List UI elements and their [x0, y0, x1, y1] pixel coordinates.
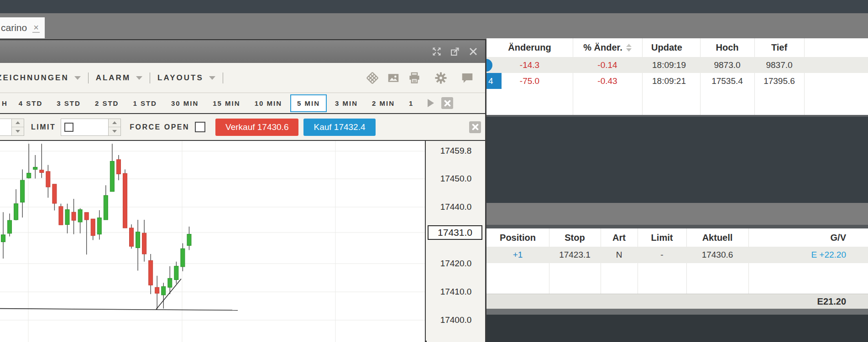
column-header[interactable]: % Änder. [573, 42, 642, 53]
menu-layouts[interactable]: LAYOUTS [157, 73, 215, 83]
candle [123, 173, 127, 228]
order-ticket-bar: LIMIT FORCE OPEN Verkauf 17430.6 Kauf 17… [0, 114, 485, 141]
sort-arrows-icon[interactable] [626, 44, 632, 52]
column-header-label: Tief [771, 42, 787, 53]
timeframe-15-min[interactable]: 15 MIN [213, 99, 240, 107]
positions-panel: PositionStopArtLimitAktuellG/V+117423.1N… [486, 225, 868, 342]
column-header-label: G/V [831, 233, 846, 243]
quote-cell: 18:09:19 [642, 60, 700, 70]
column-header[interactable]: Stop [549, 233, 601, 243]
stepper-up-icon[interactable] [12, 119, 24, 128]
stepper-down-icon[interactable] [12, 127, 24, 135]
candle [8, 220, 12, 233]
limit-checkbox[interactable] [64, 123, 73, 132]
timeframe-1[interactable]: 1 [409, 99, 413, 107]
close-icon[interactable] [468, 46, 479, 57]
candle [104, 196, 108, 220]
column-header-label: Limit [651, 233, 673, 243]
column-header[interactable]: Art [601, 233, 638, 243]
size-input[interactable] [0, 119, 12, 136]
timeframe-3-min[interactable]: 3 MIN [335, 99, 358, 107]
popout-window-icon[interactable] [450, 46, 460, 57]
chevron-down-icon [209, 76, 215, 80]
column-header[interactable]: Aktuell [686, 233, 748, 243]
quote-cell: 17535.4 [700, 76, 754, 86]
candle [136, 232, 140, 248]
candle [59, 207, 63, 225]
size-stepper[interactable] [12, 119, 24, 136]
position-row[interactable]: +117423.1N-17430.6E +22.20 [486, 247, 868, 263]
candle [174, 266, 178, 280]
chart-tool-icons [366, 71, 474, 85]
quote-row[interactable]: 4-75.0-0.4318:09:2117535.417395.6 [486, 73, 868, 89]
image-icon[interactable] [387, 71, 400, 85]
candlestick-plot[interactable] [0, 141, 426, 342]
timeframe-4-std[interactable]: 4 STD [19, 99, 43, 107]
chart-window-titlebar[interactable] [0, 40, 485, 63]
comment-icon[interactable] [460, 71, 474, 85]
price-axis[interactable]: 17459.817450.017440.017420.017410.017400… [427, 141, 485, 342]
candle [130, 228, 134, 246]
force-open-label: FORCE OPEN [130, 123, 189, 131]
menu-label: ALARM [96, 73, 131, 83]
next-timeframes-icon[interactable] [428, 99, 434, 107]
candle [187, 234, 191, 246]
chevron-down-icon [74, 76, 81, 80]
timeframe-2-min[interactable]: 2 MIN [372, 99, 395, 107]
menu-alarm[interactable]: ALARM [96, 73, 142, 83]
quote-row[interactable]: -14.3-0.1418:09:199873.09837.0 [486, 57, 868, 73]
column-header[interactable]: Update [642, 42, 700, 53]
menu-zeichnungen[interactable]: ZEICHNUNGEN [0, 73, 81, 83]
limit-stepper[interactable] [109, 119, 121, 136]
limit-input[interactable] [61, 119, 109, 136]
stepper-down-icon[interactable] [109, 127, 120, 135]
candle [84, 212, 89, 220]
candle [40, 170, 44, 173]
column-header[interactable]: Position [486, 233, 549, 243]
quote-cell: 9837.0 [754, 60, 804, 70]
positions-table: PositionStopArtLimitAktuellG/V+117423.1N… [486, 228, 868, 294]
gear-icon[interactable] [434, 71, 448, 85]
column-header-label: Update [651, 42, 682, 53]
quotes-panel: Änderung% Änder.UpdateHochTief-14.3-0.14… [486, 38, 868, 117]
close-order-bar-button[interactable] [469, 121, 481, 133]
printer-icon[interactable] [408, 71, 421, 85]
force-open-checkbox[interactable] [195, 122, 205, 132]
chart-toolbar: ZEICHNUNGENALARMLAYOUTS [0, 63, 485, 93]
stepper-up-icon[interactable] [109, 119, 120, 128]
buy-button[interactable]: Kauf 17432.4 [303, 119, 375, 136]
keypad-icon[interactable] [366, 71, 379, 85]
panel-divider-strip [486, 309, 868, 315]
candle [27, 173, 31, 178]
tab-close-icon[interactable]: × [32, 23, 40, 33]
sell-button[interactable]: Verkauf 17430.6 [215, 119, 298, 136]
column-header[interactable]: Limit [638, 233, 686, 243]
close-timeframe-bar-button[interactable] [441, 97, 453, 109]
expand-icon[interactable] [431, 46, 442, 57]
column-header[interactable]: Tief [754, 42, 804, 53]
os-top-bar [0, 0, 868, 13]
chart-area: 17459.817450.017440.017420.017410.017400… [0, 141, 485, 342]
timeframe-1-std[interactable]: 1 STD [133, 99, 157, 107]
timeframe-10-min[interactable]: 10 MIN [255, 99, 282, 107]
position-cell: E +22.20 [748, 250, 868, 260]
timeframe-2-std[interactable]: 2 STD [95, 99, 119, 107]
column-header[interactable]: Änderung [486, 42, 573, 53]
timeframe-30-min[interactable]: 30 MIN [171, 99, 199, 107]
timeframe-h[interactable]: H [2, 99, 8, 107]
horizontal-support[interactable] [0, 309, 238, 311]
timeframe-3-std[interactable]: 3 STD [57, 99, 81, 107]
chart-window: ZEICHNUNGENALARMLAYOUTS [0, 39, 486, 342]
column-header[interactable]: G/V [748, 233, 868, 243]
candle [97, 218, 101, 234]
candle [155, 287, 159, 293]
column-header[interactable]: Hoch [700, 42, 754, 53]
browser-tab-label: carino [1, 22, 27, 33]
quote-cell: -0.43 [573, 76, 642, 86]
positions-panel-top-border [486, 225, 868, 228]
browser-tab[interactable]: carino × [0, 17, 45, 38]
quote-cell: 17395.6 [754, 76, 804, 86]
chart-menus: ZEICHNUNGENALARMLAYOUTS [0, 73, 230, 83]
column-header-label: Art [612, 233, 626, 243]
timeframe-5-min[interactable]: 5 MIN [290, 94, 327, 112]
